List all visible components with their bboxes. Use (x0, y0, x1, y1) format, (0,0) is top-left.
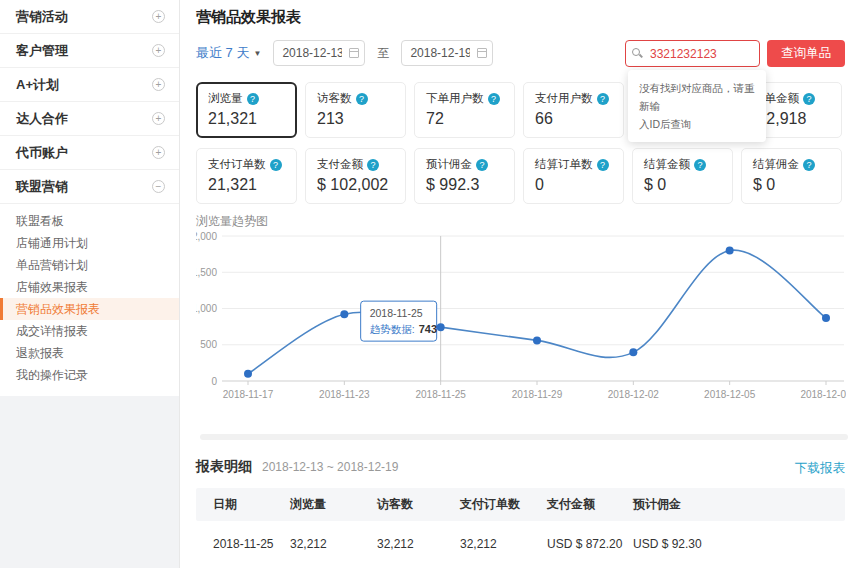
date-filter-row: 最近 7 天 ▼ 至 (196, 40, 493, 66)
help-icon[interactable]: ? (488, 93, 500, 105)
help-icon[interactable]: ? (270, 159, 282, 171)
data-point (822, 314, 830, 322)
table-row: 2018-11-25 32,212 32,212 32,212 USD $ 87… (196, 521, 845, 567)
sidebar-item-influencer-cooperation[interactable]: 达人合作 + (0, 102, 179, 136)
sidebar-subitem-shop-general-plan[interactable]: 店铺通用计划 (0, 232, 179, 254)
download-report-link[interactable]: 下载报表 (795, 460, 845, 477)
expand-icon[interactable]: + (152, 112, 165, 125)
sidebar-menu: 营销活动 + 客户管理 + A+计划 + 达人合作 + 代币账户 + 联盟营销 … (0, 0, 179, 396)
trend-line (248, 250, 826, 374)
stat-card-order-users[interactable]: 下单用户数? 72 (414, 82, 515, 138)
help-icon[interactable]: ? (597, 93, 609, 105)
sidebar-subitem-transaction-detail-report[interactable]: 成交详情报表 (0, 320, 179, 342)
page-title: 营销品效果报表 (196, 8, 301, 27)
sidebar-subitem-marketing-item-effect-report[interactable]: 营销品效果报表 (0, 298, 179, 320)
stat-card-pageviews[interactable]: 浏览量? 21,321 (196, 82, 297, 138)
x-axis-tick-label: 2018-12-08 (800, 389, 846, 400)
expand-icon[interactable]: + (152, 78, 165, 91)
x-axis-tick-label: 2018-12-02 (608, 389, 660, 400)
help-icon[interactable]: ? (247, 93, 259, 105)
column-header-visitors: 访客数 (377, 496, 460, 513)
y-axis-tick-label: 1,000 (196, 303, 217, 314)
stat-card-estimated-commission[interactable]: 预计佣金? $ 992.3 (414, 148, 515, 204)
sidebar-subitem-single-item-plan[interactable]: 单品营销计划 (0, 254, 179, 276)
stat-label: 结算金额 (644, 157, 690, 172)
stat-card-settled-amount[interactable]: 结算金额? $ 0 (632, 148, 733, 204)
stat-card-visitors[interactable]: 访客数? 213 (305, 82, 406, 138)
stat-value: $ 102,002 (317, 176, 394, 194)
table-header-row: 日期 浏览量 访客数 支付订单数 支付金额 预计佣金 (196, 488, 845, 521)
cell-paid-amount: USD $ 872.20 (547, 537, 633, 551)
stat-card-paid-users[interactable]: 支付用户数? 66 (523, 82, 624, 138)
stat-label: 访客数 (317, 91, 352, 106)
sidebar-item-alliance-marketing[interactable]: 联盟营销 − (0, 170, 179, 204)
cell-visitors: 32,212 (377, 537, 460, 551)
stat-label: 下单用户数 (426, 91, 484, 106)
cell-paid-orders: 32,212 (460, 537, 547, 551)
trend-chart: 05001,0001,5002,0002018-11-172018-11-232… (196, 228, 846, 410)
column-header-date: 日期 (196, 496, 290, 513)
sidebar-item-label: 代币账户 (16, 144, 68, 162)
help-icon[interactable]: ? (356, 93, 368, 105)
data-point (726, 247, 734, 255)
help-icon[interactable]: ? (694, 159, 706, 171)
x-axis-tick-label: 2018-11-23 (319, 389, 370, 400)
stat-card-settled-commission[interactable]: 结算佣金? $ 0 (741, 148, 842, 204)
data-point (629, 348, 637, 356)
sidebar-subitem-alliance-dashboard[interactable]: 联盟看板 (0, 210, 179, 232)
sidebar-item-label: 达人合作 (16, 110, 68, 128)
sidebar-item-customer-management[interactable]: 客户管理 + (0, 34, 179, 68)
search-error-line1: 没有找到对应商品，请重新输 (639, 79, 755, 115)
collapse-icon[interactable]: − (152, 180, 165, 193)
item-id-search-input[interactable] (625, 40, 760, 67)
help-icon[interactable]: ? (476, 159, 488, 171)
y-axis-tick-label: 2,000 (196, 231, 217, 242)
date-to-box (401, 40, 493, 66)
trend-chart-svg: 05001,0001,5002,0002018-11-172018-11-232… (196, 228, 846, 410)
stat-value: $ 0 (644, 176, 721, 194)
stat-value: 213 (317, 110, 394, 128)
search-icon (632, 48, 640, 56)
stat-card-paid-orders[interactable]: 支付订单数? 21,321 (196, 148, 297, 204)
chart-tooltip-label: 趋势数据: (370, 323, 415, 335)
report-date-range: 2018-12-13 ~ 2018-12-19 (262, 460, 398, 474)
sidebar-subitem-label: 联盟看板 (16, 213, 64, 230)
y-axis-tick-label: 500 (200, 339, 217, 350)
stat-label: 支付订单数 (208, 157, 266, 172)
stat-label: 浏览量 (208, 91, 243, 106)
search-box (625, 40, 760, 67)
expand-icon[interactable]: + (152, 10, 165, 23)
calendar-icon (477, 48, 487, 58)
stat-card-paid-amount[interactable]: 支付金额? $ 102,002 (305, 148, 406, 204)
help-icon[interactable]: ? (803, 159, 815, 171)
calendar-icon (349, 48, 359, 58)
stat-label: 结算订单数 (535, 157, 593, 172)
sidebar-subitem-label: 成交详情报表 (16, 323, 88, 340)
query-item-button[interactable]: 查询单品 (767, 40, 845, 67)
sidebar-subitem-label: 营销品效果报表 (16, 301, 100, 318)
sidebar-subitem-shop-effect-report[interactable]: 店铺效果报表 (0, 276, 179, 298)
help-icon[interactable]: ? (803, 93, 815, 105)
cell-date: 2018-11-25 (196, 537, 290, 551)
stat-card-settled-orders[interactable]: 结算订单数? 0 (523, 148, 624, 204)
sidebar-item-token-account[interactable]: 代币账户 + (0, 136, 179, 170)
quick-range-dropdown[interactable]: 最近 7 天 ▼ (196, 44, 261, 62)
sidebar-subitem-refund-report[interactable]: 退款报表 (0, 342, 179, 364)
x-axis-tick-label: 2018-11-25 (415, 389, 466, 400)
sidebar-subitem-my-operation-log[interactable]: 我的操作记录 (0, 364, 179, 386)
x-axis-tick-label: 2018-12-05 (704, 389, 756, 400)
stat-label: 支付用户数 (535, 91, 593, 106)
expand-icon[interactable]: + (152, 146, 165, 159)
sidebar-subitem-label: 店铺通用计划 (16, 235, 88, 252)
x-axis-tick-label: 2018-11-29 (512, 389, 563, 400)
expand-icon[interactable]: + (152, 44, 165, 57)
main-content: 营销品效果报表 最近 7 天 ▼ 至 查询单品 没有找到 (180, 0, 850, 568)
date-from-box (273, 40, 365, 66)
sidebar-subitem-label: 退款报表 (16, 345, 64, 362)
sidebar-item-marketing-campaign[interactable]: 营销活动 + (0, 0, 179, 34)
report-title: 报表明细 (196, 458, 252, 476)
stat-label: 结算佣金 (753, 157, 799, 172)
help-icon[interactable]: ? (597, 159, 609, 171)
sidebar-item-aplus-plan[interactable]: A+计划 + (0, 68, 179, 102)
help-icon[interactable]: ? (367, 159, 379, 171)
